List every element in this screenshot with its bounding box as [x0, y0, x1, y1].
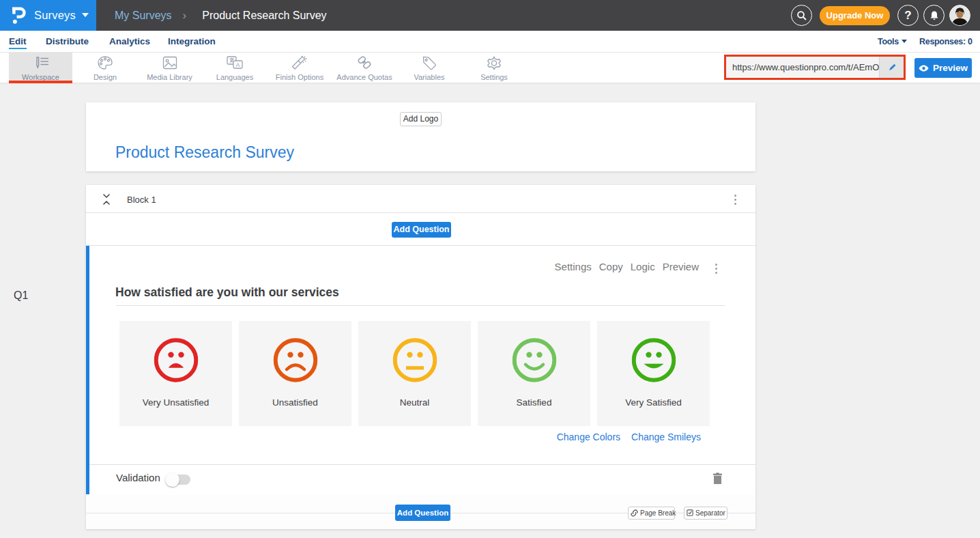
- svg-text:A: A: [236, 61, 240, 68]
